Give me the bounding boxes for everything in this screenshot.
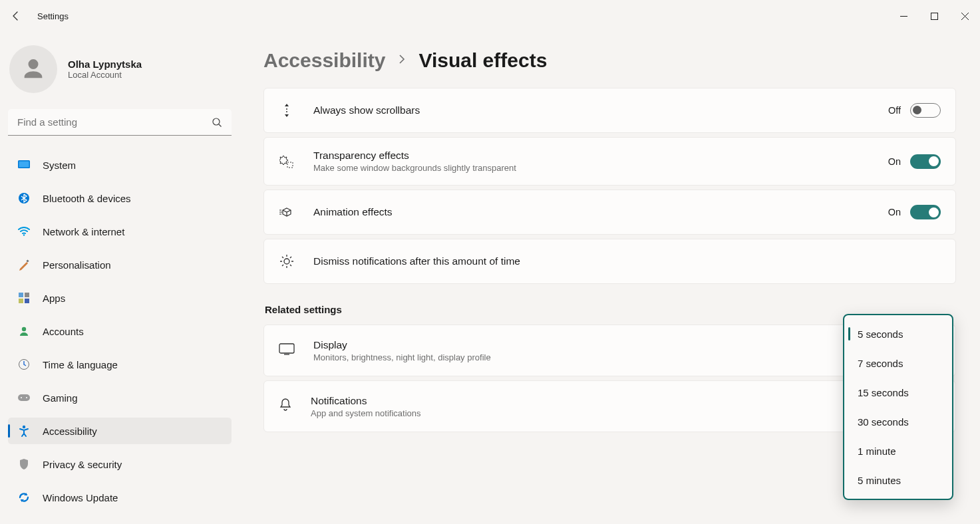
animation-toggle[interactable] [910, 205, 941, 219]
scrollbars-icon [279, 102, 295, 118]
svg-rect-3 [19, 162, 29, 168]
privacy-icon [17, 458, 31, 471]
setting-title: Always show scrollbars [313, 104, 870, 116]
display-icon [279, 343, 295, 358]
notifications-icon [279, 398, 292, 415]
nav-item-system[interactable]: System [8, 152, 232, 178]
svg-rect-6 [26, 259, 29, 262]
nav-label: Accounts [43, 326, 84, 337]
nav-item-time-language[interactable]: Time & language [8, 351, 232, 378]
search-icon [212, 117, 222, 130]
account-name: Olha Lypnytska [68, 59, 142, 70]
setting-title: Dismiss notifications after this amount … [313, 255, 941, 267]
nav-list: System Bluetooth & devices Network & int… [8, 152, 232, 511]
breadcrumb-current: Visual effects [418, 49, 547, 72]
breadcrumb: Accessibility Visual effects [263, 49, 956, 72]
system-icon [17, 158, 31, 172]
nav-item-gaming[interactable]: Gaming [8, 384, 232, 411]
apps-icon [17, 291, 31, 305]
animation-icon [279, 206, 295, 218]
nav-item-accounts[interactable]: Accounts [8, 318, 232, 344]
search-box[interactable] [8, 109, 232, 136]
nav-item-accessibility[interactable]: Accessibility [8, 418, 232, 444]
toggle-label: On [888, 156, 901, 167]
dropdown-option[interactable]: 5 seconds [847, 319, 949, 348]
dropdown-option[interactable]: 5 minutes [847, 465, 949, 495]
nav-label: Apps [43, 293, 65, 304]
chevron-right-icon [397, 55, 407, 66]
account-subtitle: Local Account [68, 70, 142, 80]
nav-label: Network & internet [43, 226, 124, 237]
svg-point-5 [23, 234, 25, 235]
setting-animation: Animation effects On [263, 190, 956, 235]
dropdown-option[interactable]: 15 seconds [847, 378, 949, 407]
avatar [9, 45, 57, 93]
brightness-icon [279, 253, 295, 269]
time-language-icon [17, 358, 31, 371]
nav-item-bluetooth[interactable]: Bluetooth & devices [8, 185, 232, 211]
svg-point-14 [21, 397, 22, 398]
dismiss-time-dropdown[interactable]: 5 seconds 7 seconds 15 seconds 30 second… [843, 314, 953, 500]
accessibility-icon [17, 424, 31, 438]
svg-rect-7 [19, 293, 23, 297]
maximize-button[interactable] [919, 5, 949, 27]
nav-label: Bluetooth & devices [43, 193, 131, 204]
setting-title: Animation effects [313, 206, 870, 218]
svg-rect-10 [25, 299, 29, 303]
sidebar: Olha Lypnytska Local Account System Blue… [0, 32, 240, 524]
link-subtitle: App and system notifications [311, 408, 915, 418]
dropdown-option[interactable]: 7 seconds [847, 348, 949, 378]
search-input[interactable] [8, 109, 232, 136]
svg-rect-0 [931, 13, 937, 19]
setting-transparency: Transparency effects Make some window ba… [263, 137, 956, 186]
link-title: Display [313, 339, 915, 351]
setting-dismiss-notifications: Dismiss notifications after this amount … [263, 239, 956, 284]
svg-point-1 [213, 118, 220, 125]
nav-label: Windows Update [43, 492, 118, 503]
nav-item-windows-update[interactable]: Windows Update [8, 484, 232, 511]
link-title: Notifications [311, 395, 915, 407]
close-button[interactable] [949, 5, 980, 27]
main-content: Accessibility Visual effects Always show… [240, 32, 980, 524]
gaming-icon [17, 391, 31, 404]
nav-item-personalisation[interactable]: Personalisation [8, 251, 232, 278]
svg-point-17 [286, 108, 287, 110]
accounts-icon [17, 325, 31, 338]
dropdown-option[interactable]: 30 seconds [847, 407, 949, 436]
window-controls [888, 5, 980, 27]
nav-item-network[interactable]: Network & internet [8, 218, 232, 245]
scrollbars-toggle[interactable] [910, 103, 941, 118]
nav-label: System [43, 160, 76, 171]
setting-subtitle: Make some window backgrounds slightly tr… [313, 163, 870, 173]
nav-label: Personalisation [43, 259, 111, 271]
nav-item-privacy[interactable]: Privacy & security [8, 451, 232, 477]
personalisation-icon [17, 258, 31, 271]
back-button[interactable] [9, 9, 23, 23]
svg-rect-8 [25, 293, 29, 297]
breadcrumb-parent[interactable]: Accessibility [263, 49, 385, 72]
windows-update-icon [17, 491, 31, 504]
nav-label: Time & language [43, 359, 118, 370]
network-icon [17, 225, 31, 238]
svg-point-18 [286, 111, 287, 112]
app-title: Settings [37, 11, 69, 21]
svg-rect-13 [18, 394, 30, 401]
svg-rect-21 [279, 344, 294, 353]
svg-point-11 [22, 327, 26, 331]
dropdown-option[interactable]: 1 minute [847, 436, 949, 465]
svg-point-16 [23, 426, 25, 428]
setting-title: Transparency effects [313, 150, 870, 162]
setting-scrollbars: Always show scrollbars Off [263, 88, 956, 133]
title-bar: Settings [0, 0, 980, 32]
link-subtitle: Monitors, brightness, night light, displ… [313, 352, 915, 362]
transparency-toggle[interactable] [910, 154, 941, 169]
toggle-label: Off [888, 105, 901, 116]
transparency-icon [279, 154, 295, 169]
nav-item-apps[interactable]: Apps [8, 285, 232, 311]
svg-rect-19 [287, 162, 293, 168]
minimize-button[interactable] [888, 5, 919, 27]
svg-point-15 [26, 397, 27, 398]
svg-rect-9 [19, 299, 23, 303]
account-block[interactable]: Olha Lypnytska Local Account [8, 45, 232, 93]
nav-label: Gaming [43, 392, 78, 404]
